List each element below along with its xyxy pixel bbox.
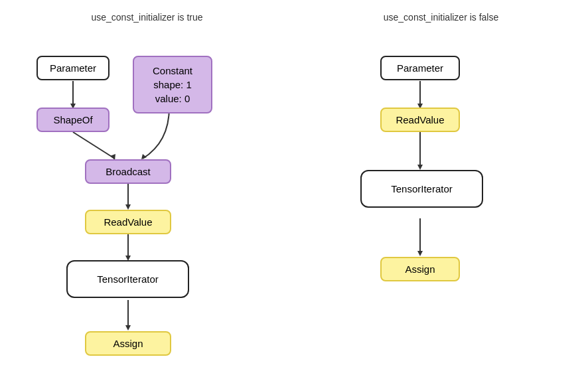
right-inner: Parameter ReadValue TensorIterator Assig… [294,29,588,373]
left-shapeof-node: ShapeOf [37,108,110,132]
svg-marker-6 [125,204,131,210]
right-diagram: use_const_initializer is false Parameter [294,0,588,373]
left-parameter-label: Parameter [50,62,96,74]
left-tensoriterator-node: TensorIterator [66,260,189,298]
main-container: use_const_initializer is true [0,0,588,373]
left-broadcast-label: Broadcast [106,166,151,177]
svg-line-2 [73,132,115,159]
right-parameter-node: Parameter [380,56,460,80]
left-constant-node: Constant shape: 1 value: 0 [133,56,212,113]
left-shapeof-label: ShapeOf [53,114,92,125]
left-constant-label: Constant shape: 1 value: 0 [153,64,192,106]
right-assign-node: Assign [380,257,460,281]
right-tensoriterator-label: TensorIterator [391,183,453,194]
left-parameter-node: Parameter [37,56,110,80]
left-readvalue-label: ReadValue [104,216,152,228]
left-broadcast-node: Broadcast [85,159,171,184]
left-assign-label: Assign [113,338,143,349]
right-readvalue-label: ReadValue [396,114,444,125]
right-parameter-label: Parameter [397,62,443,74]
left-inner: Parameter Constant shape: 1 value: 0 Sha… [0,29,294,373]
right-assign-label: Assign [405,263,435,275]
left-readvalue-node: ReadValue [85,210,171,234]
left-title: use_const_initializer is true [91,12,202,23]
right-tensoriterator-node: TensorIterator [360,170,483,208]
svg-marker-16 [417,251,423,256]
left-tensoriterator-label: TensorIterator [97,273,159,285]
right-readvalue-node: ReadValue [380,108,460,132]
svg-marker-4 [141,154,147,159]
svg-marker-14 [417,165,423,170]
svg-marker-10 [125,325,131,331]
left-diagram: use_const_initializer is true [0,0,294,373]
right-title: use_const_initializer is false [384,12,499,23]
left-assign-node: Assign [85,331,171,356]
